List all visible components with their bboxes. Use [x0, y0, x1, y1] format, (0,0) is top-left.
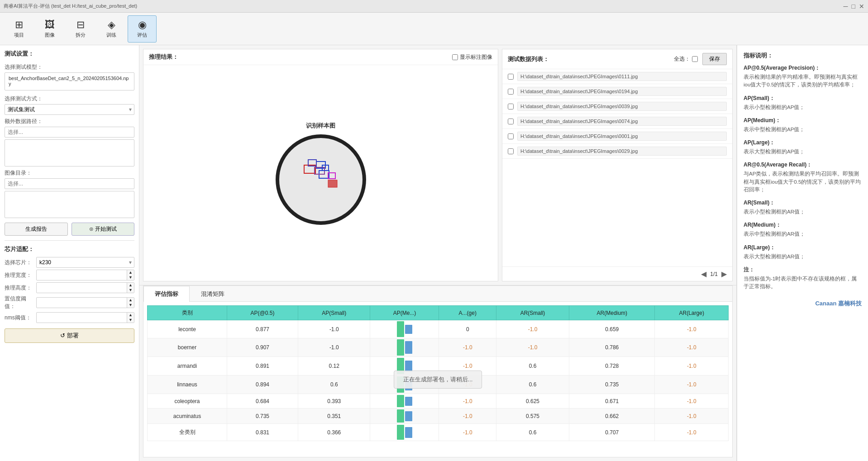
- image-dir-textarea[interactable]: [5, 191, 134, 218]
- metrics-area: 评估指标混淆矩阵 类别AP(@0.5)AP(Small)AP(Me...)A..…: [143, 285, 733, 457]
- data-item-checkbox-2[interactable]: [508, 104, 514, 109]
- metrics-explain-desc: 表示中型检测框的AP值；: [744, 126, 862, 133]
- next-page-btn[interactable]: ▶: [721, 270, 727, 278]
- select-all-label[interactable]: 全选：: [674, 55, 698, 63]
- infer-width-input[interactable]: 512: [37, 271, 127, 280]
- table-header-cell: AP(Me...): [370, 306, 439, 320]
- bar-wrap: [374, 409, 435, 423]
- table-cell-bar: [370, 320, 439, 338]
- test-method-select[interactable]: 测试集测试: [5, 104, 134, 115]
- bar-element: [405, 427, 412, 438]
- table-cell: -1.0: [298, 338, 370, 357]
- table-cell: -1.0: [655, 320, 729, 338]
- table-cell: -1.0: [496, 320, 569, 338]
- metrics-explain-desc: 表示中型检测框的AR值；: [744, 230, 862, 238]
- chip-select[interactable]: k230: [36, 257, 134, 268]
- confidence-label: 置信度阈值：: [5, 295, 36, 310]
- data-item-checkbox-3[interactable]: [508, 119, 514, 124]
- infer-height-label: 推理高度：: [5, 284, 36, 292]
- table-cell: 0: [439, 320, 496, 338]
- infer-width-up-btn[interactable]: ▲: [127, 270, 134, 275]
- nms-down-btn[interactable]: ▼: [127, 318, 134, 323]
- test-settings-title: 测试设置：: [5, 50, 134, 58]
- toolbar-btn-project[interactable]: ⊞项目: [5, 15, 33, 43]
- metrics-explain-item: AP@0.5(Average Precision)：表示检测结果的平均精准率。即…: [744, 64, 862, 89]
- brand-area: Canaan 嘉楠科技: [744, 299, 862, 308]
- data-list-item: H:\dataset_d\train_data\insect\JPEGImage…: [502, 99, 732, 114]
- table-cell: coleoptera: [148, 394, 227, 409]
- confidence-row: 置信度阈值： 0.25 ▲ ▼: [5, 295, 134, 310]
- data-item-checkbox-4[interactable]: [508, 133, 514, 139]
- table-cell: -1.0: [439, 409, 496, 424]
- select-all-checkbox[interactable]: [692, 56, 698, 62]
- data-item-path-1: H:\dataset_d\train_data\insect\JPEGImage…: [517, 87, 727, 96]
- toolbar-btn-evaluate[interactable]: ◉评估: [128, 15, 157, 43]
- confidence-input[interactable]: 0.25: [37, 298, 127, 307]
- start-test-btn[interactable]: ⊙ 开始测试: [72, 223, 135, 236]
- toolbar-btn-split[interactable]: ⊟拆分: [66, 15, 95, 43]
- image-dir-input[interactable]: [5, 178, 134, 189]
- inference-header: 推理结果： 显示标注图像: [143, 49, 498, 65]
- table-cell: 0.351: [298, 409, 370, 424]
- table-header-cell: AR(Medium): [569, 306, 655, 320]
- page-info: 1/1: [710, 271, 718, 277]
- toolbar-btn-train[interactable]: ◈训练: [97, 15, 126, 43]
- data-list-item: H:\dataset_d\train_data\insect\JPEGImage…: [502, 114, 732, 129]
- table-cell: -1.0: [496, 338, 569, 357]
- inference-area: 推理结果： 显示标注图像 识别样本图: [139, 45, 736, 285]
- nms-label: nms阈值：: [5, 314, 36, 322]
- nms-up-btn[interactable]: ▲: [127, 313, 134, 318]
- table-cell: boerner: [148, 338, 227, 357]
- infer-width-stepper: ▲ ▼: [127, 270, 134, 280]
- extra-data-label: 额外数据路径：: [5, 118, 134, 125]
- bar-wrap: [374, 321, 435, 337]
- left-panel: 测试设置： 选择测试模型： best_AnchorBaseDet_can2_5_…: [0, 45, 139, 461]
- metrics-explain-item: AR(Small)：表示小型检测框的AR值；: [744, 199, 862, 216]
- data-item-checkbox-0[interactable]: [508, 74, 514, 80]
- extra-data-textarea[interactable]: [5, 139, 134, 166]
- deploy-btn[interactable]: ↺ 部署: [5, 328, 134, 343]
- select-method-label: 选择测试方式：: [5, 95, 134, 103]
- tab-evaluate[interactable]: 评估指标: [143, 286, 190, 302]
- pagination: ◀ 1/1 ▶: [502, 266, 732, 281]
- table-cell: 0.12: [298, 357, 370, 375]
- tab-confusion[interactable]: 混淆矩阵: [190, 286, 236, 302]
- metrics-explain-name: AR(Small)：: [744, 199, 862, 207]
- table-cell: -1.0: [439, 338, 496, 357]
- infer-width-down-btn[interactable]: ▼: [127, 275, 134, 280]
- maximize-btn[interactable]: □: [852, 3, 855, 10]
- nms-input[interactable]: 0.60: [37, 313, 127, 322]
- metrics-explain-item: AR@0.5(Average Recall)：与AP类似，表示检测结果的平均召回…: [744, 161, 862, 194]
- confidence-up-btn[interactable]: ▲: [127, 298, 134, 303]
- select-chip-row: 选择芯片： k230 ▾: [5, 257, 134, 268]
- generate-report-btn[interactable]: 生成报告: [5, 223, 68, 236]
- nms-row: nms阈值： 0.60 ▲ ▼: [5, 312, 134, 323]
- prev-page-btn[interactable]: ◀: [701, 270, 706, 278]
- extra-data-input[interactable]: [5, 127, 134, 138]
- data-item-checkbox-5[interactable]: [508, 148, 514, 154]
- table-cell: -1.0: [655, 357, 729, 375]
- confidence-down-btn[interactable]: ▼: [127, 303, 134, 308]
- table-cell: 0.907: [227, 338, 298, 357]
- save-btn[interactable]: 保存: [702, 53, 727, 65]
- infer-width-row: 推理宽度： 512 ▲ ▼: [5, 270, 134, 280]
- show-labels-checkbox[interactable]: [452, 54, 458, 60]
- minimize-btn[interactable]: ─: [844, 3, 848, 10]
- data-item-checkbox-1[interactable]: [508, 89, 514, 95]
- show-labels-checkbox-label[interactable]: 显示标注图像: [452, 53, 492, 61]
- infer-height-input[interactable]: 512: [37, 283, 127, 292]
- center-panel: 推理结果： 显示标注图像 识别样本图: [139, 45, 737, 461]
- table-cell: 0.575: [496, 409, 569, 424]
- infer-height-up-btn[interactable]: ▲: [127, 283, 134, 288]
- project-icon: ⊞: [15, 19, 23, 31]
- infer-height-down-btn[interactable]: ▼: [127, 288, 134, 293]
- metrics-explain-item: AP(Large)：表示大型检测框的AP值；: [744, 139, 862, 156]
- table-cell: acuminatus: [148, 409, 227, 424]
- metrics-explain-desc: 表示小型检测框的AR值；: [744, 208, 862, 216]
- metrics-explain-name: 注：: [744, 266, 862, 274]
- metrics-explain-desc: 表示小型检测框的AP值；: [744, 104, 862, 111]
- toolbar-btn-image[interactable]: 🖼图像: [35, 15, 64, 43]
- table-cell: 0.735: [569, 375, 655, 394]
- infer-height-input-wrap: 512 ▲ ▼: [36, 282, 134, 293]
- close-btn[interactable]: ✕: [859, 3, 864, 10]
